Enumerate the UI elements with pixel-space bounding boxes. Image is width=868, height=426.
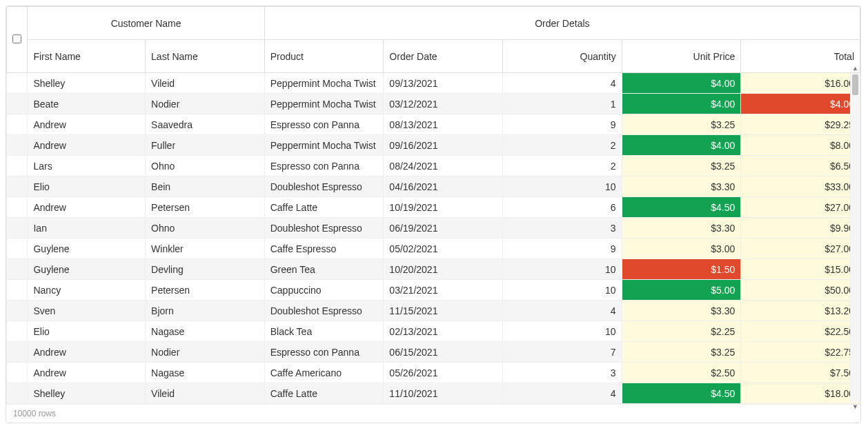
cell-quantity[interactable]: 2 [503, 156, 622, 176]
cell-unitprice[interactable]: $2.25 [622, 321, 741, 342]
table-row[interactable]: SvenBjornDoubleshot Espresso11/15/20214$… [7, 301, 860, 321]
cell-unitprice[interactable]: $3.00 [622, 239, 741, 259]
cell-lastname[interactable]: Nagase [146, 321, 265, 342]
cell-unitprice[interactable]: $4.50 [622, 197, 741, 218]
cell-product[interactable]: Espresso con Panna [264, 114, 384, 135]
select-all-checkbox[interactable] [12, 34, 21, 43]
cell-lastname[interactable]: Vileid [146, 383, 265, 404]
cell-total[interactable]: $27.00 [741, 239, 860, 259]
cell-firstname[interactable]: Beate [28, 94, 146, 114]
row-select-cell[interactable] [7, 197, 28, 218]
cell-lastname[interactable]: Winkler [146, 239, 265, 259]
cell-quantity[interactable]: 3 [503, 363, 622, 383]
cell-product[interactable]: Cappuccino [264, 280, 384, 301]
cell-quantity[interactable]: 7 [503, 342, 622, 363]
cell-firstname[interactable]: Ian [28, 218, 146, 239]
table-row[interactable]: AndrewFullerPeppermint Mocha Twist09/16/… [7, 135, 860, 156]
cell-product[interactable]: Doubleshot Espresso [264, 218, 384, 239]
cell-quantity[interactable]: 3 [503, 218, 622, 239]
cell-unitprice[interactable]: $3.25 [622, 114, 741, 135]
cell-unitprice[interactable]: $4.00 [622, 73, 741, 94]
cell-lastname[interactable]: Devling [146, 259, 265, 280]
cell-product[interactable]: Black Tea [264, 321, 384, 342]
cell-lastname[interactable]: Fuller [146, 135, 265, 156]
table-row[interactable]: BeateNodierPeppermint Mocha Twist03/12/2… [7, 94, 860, 114]
cell-orderdate[interactable]: 06/15/2021 [384, 342, 503, 363]
cell-quantity[interactable]: 4 [503, 73, 622, 94]
cell-firstname[interactable]: Nancy [28, 280, 146, 301]
table-row[interactable]: GuyleneDevlingGreen Tea10/20/202110$1.50… [7, 259, 860, 280]
cell-total[interactable]: $18.00 [741, 383, 860, 404]
cell-orderdate[interactable]: 09/16/2021 [384, 135, 503, 156]
cell-product[interactable]: Espresso con Panna [264, 156, 384, 176]
cell-product[interactable]: Doubleshot Espresso [264, 301, 384, 321]
cell-unitprice[interactable]: $3.25 [622, 156, 741, 176]
cell-firstname[interactable]: Guylene [28, 239, 146, 259]
cell-total[interactable]: $22.75 [741, 342, 860, 363]
row-select-cell[interactable] [7, 239, 28, 259]
table-row[interactable]: GuyleneWinklerCaffe Espresso05/02/20219$… [7, 239, 860, 259]
row-select-cell[interactable] [7, 363, 28, 383]
cell-unitprice[interactable]: $4.50 [622, 383, 741, 404]
cell-quantity[interactable]: 9 [503, 114, 622, 135]
cell-lastname[interactable]: Petersen [146, 280, 265, 301]
cell-unitprice[interactable]: $3.25 [622, 342, 741, 363]
cell-orderdate[interactable]: 09/13/2021 [384, 73, 503, 94]
cell-firstname[interactable]: Shelley [28, 73, 146, 94]
cell-total[interactable]: $15.00 [741, 259, 860, 280]
cell-lastname[interactable]: Nodier [146, 94, 265, 114]
cell-unitprice[interactable]: $3.30 [622, 176, 741, 197]
table-row[interactable]: ShelleyVileidCaffe Latte11/10/20214$4.50… [7, 383, 860, 404]
cell-total[interactable]: $7.50 [741, 363, 860, 383]
cell-unitprice[interactable]: $4.00 [622, 94, 741, 114]
cell-orderdate[interactable]: 06/19/2021 [384, 218, 503, 239]
row-select-cell[interactable] [7, 259, 28, 280]
row-select-cell[interactable] [7, 342, 28, 363]
cell-total[interactable]: $22.50 [741, 321, 860, 342]
cell-lastname[interactable]: Vileid [146, 73, 265, 94]
column-header-product[interactable]: Product [264, 40, 384, 73]
cell-unitprice[interactable]: $5.00 [622, 280, 741, 301]
cell-orderdate[interactable]: 10/19/2021 [384, 197, 503, 218]
cell-total[interactable]: $6.50 [741, 156, 860, 176]
cell-firstname[interactable]: Guylene [28, 259, 146, 280]
cell-lastname[interactable]: Bein [146, 176, 265, 197]
table-row[interactable]: IanOhnoDoubleshot Espresso06/19/20213$3.… [7, 218, 860, 239]
column-header-firstname[interactable]: First Name [28, 40, 146, 73]
cell-unitprice[interactable]: $1.50 [622, 259, 741, 280]
column-header-unitprice[interactable]: Unit Price [622, 40, 741, 73]
row-select-cell[interactable] [7, 156, 28, 176]
scroll-up-arrow-icon[interactable]: ▲ [851, 63, 860, 73]
cell-lastname[interactable]: Nodier [146, 342, 265, 363]
row-select-cell[interactable] [7, 94, 28, 114]
cell-firstname[interactable]: Andrew [28, 363, 146, 383]
table-row[interactable]: NancyPetersenCappuccino03/21/202110$5.00… [7, 280, 860, 301]
cell-product[interactable]: Peppermint Mocha Twist [264, 73, 384, 94]
cell-firstname[interactable]: Shelley [28, 383, 146, 404]
vertical-scrollbar[interactable]: ▲ ▼ [850, 73, 860, 402]
cell-lastname[interactable]: Bjorn [146, 301, 265, 321]
cell-total[interactable]: $16.00 [741, 73, 860, 94]
cell-orderdate[interactable]: 05/26/2021 [384, 363, 503, 383]
cell-lastname[interactable]: Petersen [146, 197, 265, 218]
row-select-cell[interactable] [7, 114, 28, 135]
cell-lastname[interactable]: Nagase [146, 363, 265, 383]
column-header-total[interactable]: Total [741, 40, 860, 73]
table-row[interactable]: AndrewNagaseCaffe Americano05/26/20213$2… [7, 363, 860, 383]
row-select-cell[interactable] [7, 280, 28, 301]
row-select-cell[interactable] [7, 176, 28, 197]
cell-lastname[interactable]: Ohno [146, 218, 265, 239]
cell-firstname[interactable]: Elio [28, 176, 146, 197]
cell-quantity[interactable]: 10 [503, 176, 622, 197]
cell-firstname[interactable]: Andrew [28, 197, 146, 218]
column-header-lastname[interactable]: Last Name [146, 40, 265, 73]
cell-total[interactable]: $29.25 [741, 114, 860, 135]
cell-product[interactable]: Caffe Espresso [264, 239, 384, 259]
cell-firstname[interactable]: Andrew [28, 135, 146, 156]
cell-total[interactable]: $4.00 [741, 94, 860, 114]
cell-orderdate[interactable]: 02/13/2021 [384, 321, 503, 342]
table-row[interactable]: AndrewPetersenCaffe Latte10/19/20216$4.5… [7, 197, 860, 218]
cell-total[interactable]: $50.00 [741, 280, 860, 301]
cell-quantity[interactable]: 2 [503, 135, 622, 156]
cell-product[interactable]: Caffe Latte [264, 197, 384, 218]
